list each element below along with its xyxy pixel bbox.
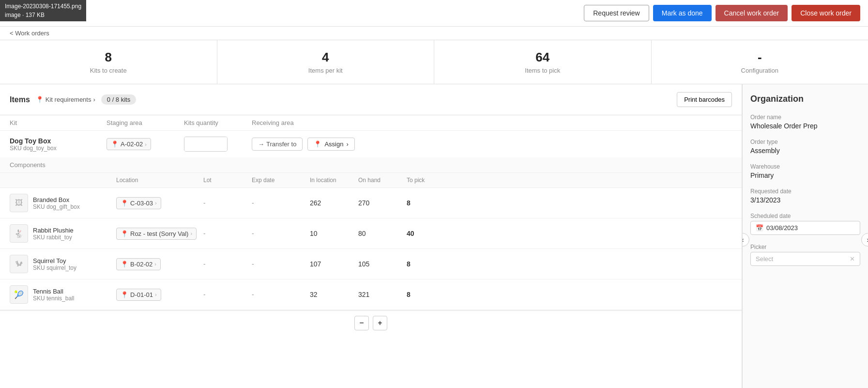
breadcrumb[interactable]: < Work orders (0, 27, 868, 40)
kit-table-header: Kit Staging area Kits quantity Receiving… (0, 115, 742, 131)
comp-location-badge-3[interactable]: 📍 D-01-01 › (116, 289, 161, 301)
comp-col-lot: Lot (203, 177, 252, 184)
picker-select[interactable]: Select ✕ (750, 252, 860, 266)
scheduled-date-field: Scheduled date 📅 03/08/2023 (750, 213, 860, 235)
kit-info: Dog Toy Box SKU dog_toy_box (10, 137, 107, 152)
image-icon: 🖼 (15, 199, 23, 207)
qty-input[interactable] (184, 137, 228, 151)
receiving-area: → Transfer to 📍 Assign › (252, 138, 732, 151)
kit-requirements-button[interactable]: 📍 Kit requirements › (36, 96, 95, 103)
qty-stepper: ▲ ▼ (184, 137, 228, 152)
organization-title: Organization (750, 94, 860, 104)
comp-img-2: 🐿 (10, 255, 28, 273)
scheduled-date-input[interactable]: 📅 03/08/2023 (750, 221, 860, 235)
pin-icon: 📍 (121, 291, 128, 298)
col-kit: Kit (10, 119, 107, 126)
comp-info-3: Tennis Ball SKU tennis_ball (33, 288, 74, 302)
close-work-order-button[interactable]: Close work order (792, 5, 860, 21)
top-bar: Image-20230308-171455.png image · 137 KB… (0, 0, 868, 27)
comp-cell-name-2: 🐿 Squirrel Toy SKU squirrel_toy (10, 255, 116, 273)
comp-img-1: 🐇 (10, 224, 28, 243)
comp-inloc-2: 107 (310, 260, 358, 268)
comp-loc-1: 📍 Roz - test (Sorry Val) › (116, 228, 203, 240)
components-header: Location Lot Exp date In location On han… (0, 173, 742, 188)
staging-area-badge[interactable]: 📍 A-02-02 › (107, 138, 151, 150)
picker-placeholder: Select (756, 255, 773, 263)
comp-sku-0: SKU dog_gift_box (33, 203, 80, 210)
assign-button[interactable]: 📍 Assign › (307, 138, 354, 151)
transfer-to-button[interactable]: → Transfer to (252, 138, 303, 151)
comp-location-badge-0[interactable]: 📍 C-03-03 › (116, 197, 161, 209)
comp-loc-3: 📍 D-01-01 › (116, 289, 203, 301)
comp-img-3: 🎾 (10, 285, 28, 304)
comp-col-to-pick: To pick (407, 177, 445, 184)
breadcrumb-link[interactable]: < Work orders (10, 30, 49, 37)
chevron-right-icon: › (155, 200, 157, 206)
comp-name-2: Squirrel Toy (33, 257, 76, 264)
clear-icon[interactable]: ✕ (850, 255, 855, 263)
panel-nav-left-button[interactable]: ‹ (742, 233, 749, 247)
order-type-label: Order type (750, 139, 860, 145)
picker-label: Picker (750, 244, 860, 250)
kits-progress-badge: 0 / 8 kits (101, 94, 136, 105)
kit-name: Dog Toy Box (10, 137, 107, 145)
mark-as-done-button[interactable]: Mark as done (653, 5, 712, 21)
requested-date-label: Requested date (750, 188, 860, 195)
comp-sku-1: SKU rabbit_toy (33, 234, 74, 241)
comp-topick-0: 8 (407, 199, 445, 207)
comp-loc-2: 📍 B-02-02 › (116, 258, 203, 270)
col-receiving-area: Receiving area (252, 119, 732, 126)
comp-lot-0: - (203, 199, 252, 207)
comp-info-0: Branded Box SKU dog_gift_box (33, 196, 80, 210)
comp-col-on-hand: On hand (358, 177, 407, 184)
comp-topick-1: 40 (407, 230, 445, 237)
scheduled-date-label: Scheduled date (750, 213, 860, 219)
comp-img-0: 🖼 (10, 194, 28, 212)
comp-lot-1: - (203, 230, 252, 237)
stat-kits-to-create-value: 8 (5, 50, 212, 65)
kit-row: Dog Toy Box SKU dog_toy_box 📍 A-02-02 › (0, 131, 742, 310)
kit-row-main: Dog Toy Box SKU dog_toy_box 📍 A-02-02 › (0, 131, 742, 157)
comp-onhand-3: 321 (358, 291, 407, 298)
comp-info-2: Squirrel Toy SKU squirrel_toy (33, 257, 76, 271)
stat-kits-to-create: 8 Kits to create (0, 40, 217, 84)
stepper-minus-button[interactable]: − (354, 316, 369, 330)
assign-label: Assign (324, 140, 343, 148)
panel-nav-right-button[interactable]: › (861, 233, 868, 247)
comp-location-badge-2[interactable]: 📍 B-02-02 › (116, 258, 161, 270)
chevron-right-icon: › (145, 141, 147, 147)
comp-inloc-1: 10 (310, 230, 358, 237)
comp-name-1: Rabbit Plushie (33, 227, 74, 234)
stat-items-to-pick-value: 64 (439, 50, 646, 65)
image-icon: 🐿 (15, 260, 23, 268)
comp-onhand-0: 270 (358, 199, 407, 207)
staging-area-value: A-02-02 (121, 140, 143, 148)
order-name-value: Wholesale Order Prep (750, 122, 860, 130)
comp-lot-3: - (203, 291, 252, 298)
comp-expdate-0: - (252, 199, 310, 207)
comp-expdate-1: - (252, 230, 310, 237)
comp-cell-name-0: 🖼 Branded Box SKU dog_gift_box (10, 194, 116, 212)
pin-icon-assign: 📍 (314, 140, 321, 148)
kit-sku: SKU dog_toy_box (10, 145, 107, 152)
request-review-button[interactable]: Request review (584, 5, 649, 21)
comp-name-0: Branded Box (33, 196, 80, 203)
top-bar-buttons: Request review Mark as done Cancel work … (584, 5, 860, 21)
comp-location-badge-1[interactable]: 📍 Roz - test (Sorry Val) › (116, 228, 197, 240)
stat-items-per-kit: 4 Items per kit (217, 40, 435, 84)
main-layout: Items 📍 Kit requirements › 0 / 8 kits Pr… (0, 84, 868, 388)
print-barcodes-button[interactable]: Print barcodes (677, 92, 732, 107)
warehouse-label: Warehouse (750, 163, 860, 170)
pin-icon: 📍 (111, 140, 119, 148)
component-row-0: 🖼 Branded Box SKU dog_gift_box 📍 C-03-03… (0, 188, 742, 218)
items-header-left: Items 📍 Kit requirements › 0 / 8 kits (10, 94, 136, 105)
stepper-plus-button[interactable]: + (373, 316, 387, 330)
stats-bar: 8 Kits to create 4 Items per kit 64 Item… (0, 40, 868, 84)
warehouse-value: Primary (750, 171, 860, 179)
picker-field: Picker Select ✕ (750, 244, 860, 266)
cancel-work-order-button[interactable]: Cancel work order (716, 5, 788, 21)
stat-configuration: - Configuration (652, 40, 868, 84)
stat-kits-to-create-label: Kits to create (5, 67, 212, 74)
chevron-right-icon: › (154, 261, 156, 267)
comp-inloc-0: 262 (310, 199, 358, 207)
